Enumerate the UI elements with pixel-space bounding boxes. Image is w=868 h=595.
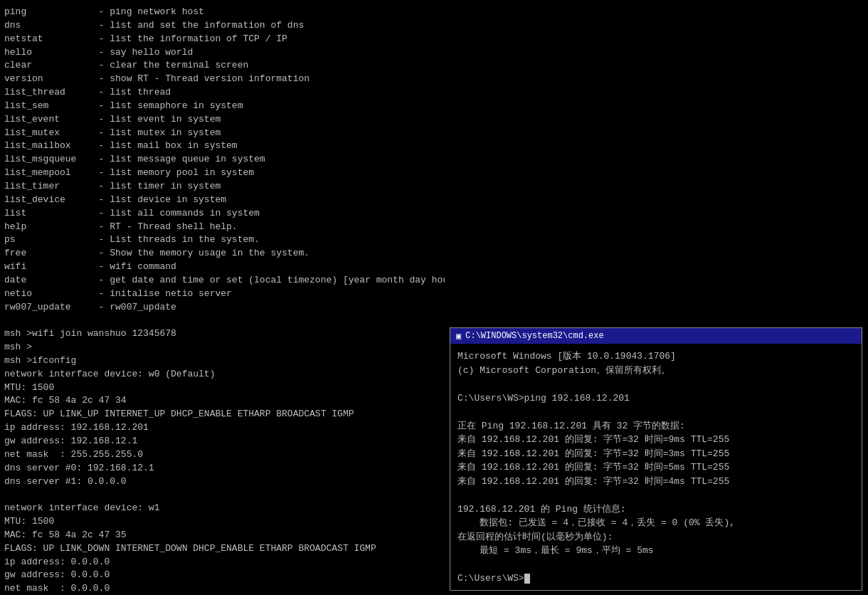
cmd-icon: ▣	[456, 331, 461, 342]
terminal-content: ping - ping network host dns - list and …	[4, 6, 440, 595]
left-terminal: ping - ping network host dns - list and …	[0, 0, 445, 595]
cmd-body: Microsoft Windows [版本 10.0.19043.1706] (…	[450, 344, 862, 590]
cmd-window: ▣ C:\WINDOWS\system32\cmd.exe Microsoft …	[450, 327, 862, 591]
cmd-title: C:\WINDOWS\system32\cmd.exe	[465, 331, 603, 341]
cmd-titlebar: ▣ C:\WINDOWS\system32\cmd.exe	[450, 328, 862, 344]
